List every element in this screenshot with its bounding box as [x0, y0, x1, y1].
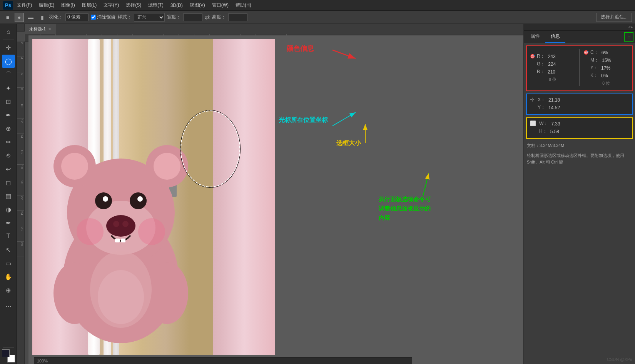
statusbar: 100% — [34, 357, 412, 364]
ps-logo: Ps — [3, 1, 13, 10]
width-label: 宽度： — [167, 14, 181, 20]
antialias-checkbox[interactable] — [91, 15, 96, 20]
color-swatches[interactable] — [2, 349, 15, 362]
shape-tool[interactable]: ▭ — [2, 257, 15, 270]
menu-layer[interactable]: 图层(L) — [79, 1, 100, 10]
extra-tools[interactable]: ⋯ — [2, 299, 15, 312]
cmyk-bits: 8 位 — [583, 80, 629, 86]
eyedropper-tool[interactable]: ✒ — [2, 109, 15, 122]
document-canvas — [28, 35, 523, 364]
menu-3d[interactable]: 3D(D) — [167, 1, 186, 10]
svg-point-5 — [154, 153, 180, 180]
lasso-tool[interactable]: ⌒ — [2, 68, 15, 81]
r-row: 🎯 R： 243 — [530, 53, 575, 60]
select-mask-button[interactable]: 选择并遮住... — [597, 13, 632, 22]
menu-text[interactable]: 文字(Y) — [100, 1, 122, 10]
panel-menu-button[interactable]: ≡ — [624, 32, 633, 42]
g-label: G： — [537, 61, 545, 67]
menu-filter[interactable]: 滤镜(T) — [145, 1, 166, 10]
color-info-section: 🎯 R： 243 🎯 G： 224 🎯 B： 210 8 位 — [526, 45, 633, 91]
magic-wand-tool[interactable]: ✦ — [2, 82, 15, 95]
width-input[interactable] — [183, 13, 202, 21]
panel-collapse-icon[interactable]: «» — [628, 25, 633, 29]
y-value: 14.52 — [548, 105, 560, 110]
b-row: 🎯 B： 210 — [530, 68, 575, 75]
properties-tab[interactable]: 属性 — [525, 31, 545, 43]
svg-rect-14 — [115, 239, 120, 242]
brush-tool[interactable]: ✏ — [2, 135, 15, 149]
move-tool[interactable]: ✛ — [2, 41, 15, 54]
crop-tool[interactable]: ⊡ — [2, 95, 15, 108]
antialias-label: 消除锯齿 — [91, 14, 115, 20]
menu-image[interactable]: 图像(I) — [58, 1, 78, 10]
menu-file[interactable]: 文件(F) — [14, 1, 35, 10]
coord-column: X： 21.18 Y： 14.52 — [538, 97, 629, 112]
menubar: Ps 文件(F) 编辑(E) 图像(I) 图层(L) 文字(Y) 选择(S) 滤… — [0, 0, 635, 11]
home-tool[interactable]: ⌂ — [2, 25, 15, 38]
info-tab[interactable]: 信息 — [545, 31, 565, 43]
h-row: H： 5.58 — [539, 128, 629, 135]
hand-tool[interactable]: ✋ — [2, 270, 15, 283]
svg-point-7 — [95, 192, 112, 209]
rgb-column: 🎯 R： 243 🎯 G： 224 🎯 B： 210 8 位 — [530, 53, 575, 82]
info-description: 绘制椭圆形选区或移动选区外框。要附加选项，使用 Shift、Alt 和 Ctrl… — [524, 150, 635, 167]
canvas-area: 未标题-1 ✕ -8 -6 -4 -2 0 2 4 6 8 10 12 14 1… — [17, 24, 523, 364]
svg-point-16 — [77, 218, 104, 245]
coord-section: ✛ X： 21.18 Y： 14.52 — [526, 94, 633, 115]
c-value: 6% — [602, 50, 608, 55]
menu-help[interactable]: 帮助(H) — [232, 1, 254, 10]
x-label: X： — [538, 97, 545, 103]
main-area: ⌂ ✛ ◯ ⌒ ✦ ⊡ ✒ ⊕ ✏ ⎋ ↩ ◻ ▤ ◑ ✒ T ↖ ▭ — [0, 24, 635, 364]
feather-input[interactable] — [65, 13, 89, 21]
pen-tool[interactable]: ✒ — [2, 216, 15, 229]
panel-extra — [524, 171, 635, 355]
history-brush-tool[interactable]: ↩ — [2, 162, 15, 175]
menu-view[interactable]: 视图(V) — [187, 1, 208, 10]
rgb-row: 🎯 R： 243 🎯 G： 224 🎯 B： 210 8 位 — [530, 49, 629, 86]
panel-separator — [527, 169, 632, 169]
menu-select[interactable]: 选择(S) — [123, 1, 144, 10]
type-tool[interactable]: T — [2, 230, 15, 243]
dodge-tool[interactable]: ◑ — [2, 203, 15, 216]
marquee-row-btn[interactable]: ▬ — [26, 13, 35, 22]
document-tab[interactable]: 未标题-1 ✕ — [25, 24, 56, 34]
height-input[interactable] — [228, 13, 247, 21]
cmyk-column: 🎯 C： 6% 🎯 M： 15% 🎯 Y： 17% — [583, 49, 629, 86]
style-select[interactable]: 正常 固定比例 固定大小 — [134, 13, 165, 22]
clone-stamp-tool[interactable]: ⎋ — [2, 149, 15, 162]
main-image[interactable] — [32, 39, 275, 355]
m-label: M： — [590, 57, 599, 63]
svg-point-17 — [138, 218, 165, 245]
marquee-col-btn[interactable]: ▮ — [38, 13, 47, 22]
menu-edit[interactable]: 编辑(E) — [36, 1, 57, 10]
r-label: R： — [537, 53, 545, 60]
ellipse-marquee-tool[interactable]: ◯ — [2, 55, 15, 68]
height-label: 高度： — [212, 14, 226, 20]
k-row: 🎯 K： 0% — [583, 72, 629, 79]
path-selection-tool[interactable]: ↖ — [2, 243, 15, 256]
b-label: B： — [537, 68, 545, 75]
svg-point-21 — [98, 270, 144, 324]
marquee-rect-btn[interactable]: ■ — [3, 13, 12, 22]
eraser-tool[interactable]: ◻ — [2, 176, 15, 189]
healing-brush-tool[interactable]: ⊕ — [2, 122, 15, 135]
y-row: Y： 14.52 — [538, 104, 629, 111]
gradient-tool[interactable]: ▤ — [2, 189, 15, 202]
options-bar: ■ ● ▬ ▮ 羽化： 消除锯齿 样式： 正常 固定比例 固定大小 宽度： ⇄ … — [0, 11, 635, 24]
foreground-color-swatch[interactable] — [2, 349, 10, 357]
file-info: 文档：3.34M/3.34M — [524, 141, 635, 150]
x-row: X： 21.18 — [538, 97, 629, 103]
bear-svg — [44, 116, 206, 347]
r-value: 243 — [548, 54, 556, 59]
marquee-ellipse-btn[interactable]: ● — [15, 13, 24, 22]
svg-point-12 — [113, 221, 119, 227]
svg-point-3 — [61, 153, 88, 180]
h-value: 5.58 — [550, 129, 559, 134]
right-panel: «» 属性 信息 ≡ 🎯 R： 243 🎯 G： — [523, 24, 635, 364]
watermark: CSDN @XPii — [524, 355, 635, 364]
zoom-tool[interactable]: ⊕ — [2, 284, 15, 297]
svg-point-11 — [106, 215, 135, 237]
ruler-corner — [17, 24, 25, 32]
m-row: 🎯 M： 15% — [583, 57, 629, 63]
menu-window[interactable]: 窗口(W) — [209, 1, 232, 10]
